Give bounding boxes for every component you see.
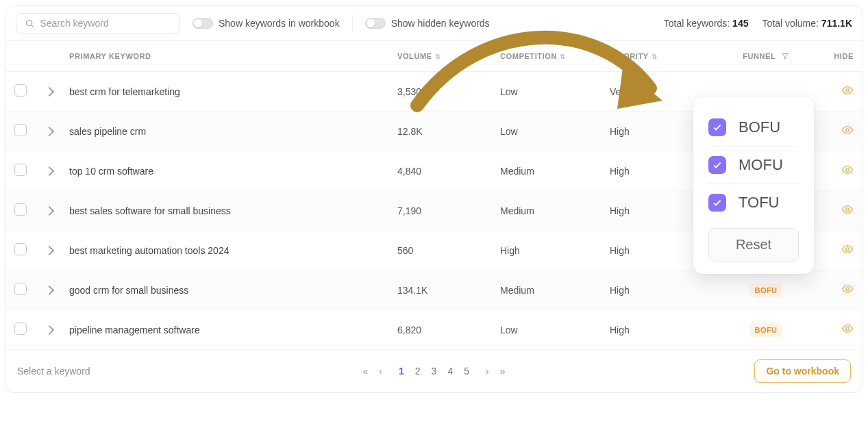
page-number[interactable]: 5 <box>464 366 469 377</box>
stat-label: Total volume: <box>762 18 818 29</box>
toggle-switch[interactable] <box>193 18 213 29</box>
svg-point-0 <box>26 20 32 25</box>
sort-icon: ⇅ <box>652 53 658 60</box>
page-prev-icon[interactable]: ‹ <box>379 366 382 377</box>
search-icon <box>25 18 34 29</box>
cell-competition: Low <box>492 112 602 151</box>
eye-icon[interactable] <box>841 283 854 295</box>
stat-total-volume: Total volume: 711.1K <box>762 18 852 29</box>
col-label: PRIORITY <box>610 52 649 60</box>
eye-icon[interactable] <box>841 164 854 176</box>
expand-icon[interactable] <box>45 325 54 334</box>
col-select <box>6 41 38 72</box>
toggle-show-in-workbook[interactable]: Show keywords in workbook <box>193 18 340 29</box>
svg-point-2 <box>846 89 850 92</box>
funnel-option[interactable]: MOFU <box>708 147 799 184</box>
table-row[interactable]: pipeline management software6,820LowHigh… <box>6 310 862 350</box>
search-field[interactable] <box>16 13 180 34</box>
row-checkbox[interactable] <box>14 203 27 216</box>
col-primary-keyword[interactable]: PRIMARY KEYWORD <box>61 41 389 72</box>
table-footer: Select a keyword « ‹ 12345 › » Go to wor… <box>6 350 862 392</box>
expand-icon[interactable] <box>45 285 54 294</box>
col-label: FUNNEL <box>743 52 776 60</box>
cell-volume: 560 <box>389 231 492 270</box>
keyword-table-card: Show keywords in workbook Show hidden ke… <box>5 5 863 393</box>
search-input[interactable] <box>40 18 171 29</box>
col-priority[interactable]: PRIORITY⇅ <box>602 41 718 72</box>
eye-icon[interactable] <box>841 203 854 216</box>
reset-button[interactable]: Reset <box>708 228 799 262</box>
cell-keyword: top 10 crm software <box>61 151 389 191</box>
table-row[interactable]: good crm for small business134.1KMediumH… <box>6 270 862 310</box>
eye-icon[interactable] <box>841 124 854 136</box>
cell-keyword: best marketing automation tools 2024 <box>61 231 389 270</box>
page-first-icon[interactable]: « <box>363 366 369 377</box>
toggle-switch[interactable] <box>365 18 386 29</box>
expand-icon[interactable] <box>45 86 54 96</box>
cell-competition: Low <box>492 310 602 350</box>
page-number[interactable]: 1 <box>399 366 404 377</box>
svg-point-8 <box>846 327 850 331</box>
toolbar: Show keywords in workbook Show hidden ke… <box>6 6 862 41</box>
cell-volume: 12.8K <box>389 112 492 151</box>
cell-competition: Medium <box>492 270 602 310</box>
row-checkbox[interactable] <box>14 283 27 295</box>
svg-line-1 <box>32 25 34 27</box>
funnel-option-label: BOFU <box>739 118 780 136</box>
funnel-option-label: MOFU <box>739 156 783 174</box>
page-number[interactable]: 4 <box>447 366 453 377</box>
cell-competition: High <box>492 231 602 270</box>
expand-icon[interactable] <box>45 205 54 215</box>
page-number[interactable]: 2 <box>415 366 421 377</box>
col-label: VOLUME <box>397 52 432 60</box>
eye-icon[interactable] <box>841 322 854 335</box>
stat-label: Total keywords: <box>664 18 730 29</box>
cell-competition: Medium <box>492 191 602 231</box>
page-last-icon[interactable]: » <box>500 366 506 377</box>
page-next-icon[interactable]: › <box>486 366 489 377</box>
row-checkbox[interactable] <box>14 164 27 176</box>
cell-competition: Medium <box>492 151 602 191</box>
toggle-show-hidden[interactable]: Show hidden keywords <box>365 18 490 29</box>
funnel-option[interactable]: TOFU <box>708 184 799 221</box>
check-icon <box>708 118 726 136</box>
col-volume[interactable]: VOLUME⇅ <box>389 41 492 72</box>
funnel-option[interactable]: BOFU <box>708 109 799 147</box>
row-checkbox[interactable] <box>14 322 27 335</box>
eye-icon[interactable] <box>841 84 854 97</box>
divider <box>352 15 353 31</box>
col-competition[interactable]: COMPETITION⇅ <box>492 41 602 72</box>
funnel-filter-popover: BOFUMOFUTOFU Reset <box>693 97 814 274</box>
pagination: « ‹ 12345 › » <box>363 366 506 377</box>
svg-point-6 <box>846 248 850 251</box>
col-expand <box>38 41 61 72</box>
cell-volume: 4,840 <box>389 151 492 191</box>
col-funnel[interactable]: FUNNEL <box>718 41 814 72</box>
cell-keyword: best sales software for small business <box>61 191 389 231</box>
stat-value: 711.1K <box>821 18 852 29</box>
select-hint: Select a keyword <box>17 366 90 377</box>
check-icon <box>708 156 726 174</box>
cell-priority: High <box>602 270 718 310</box>
stat-value: 145 <box>732 18 748 29</box>
eye-icon[interactable] <box>841 243 854 255</box>
go-to-workbook-button[interactable]: Go to workbook <box>754 359 851 383</box>
expand-icon[interactable] <box>45 245 54 255</box>
cell-keyword: best crm for telemarketing <box>61 72 389 112</box>
page-number[interactable]: 3 <box>432 366 437 377</box>
check-icon <box>708 194 726 212</box>
expand-icon[interactable] <box>45 126 54 136</box>
cell-volume: 134.1K <box>389 270 492 310</box>
cell-priority: High <box>602 310 718 350</box>
cell-funnel: BOFU <box>718 310 814 350</box>
funnel-badge: BOFU <box>749 323 783 337</box>
row-checkbox[interactable] <box>14 243 27 255</box>
expand-icon[interactable] <box>45 166 54 175</box>
cell-keyword: sales pipeline crm <box>61 112 389 151</box>
row-checkbox[interactable] <box>14 124 27 136</box>
col-hide: HIDE <box>814 41 862 72</box>
stats: Total keywords: 145 Total volume: 711.1K <box>664 18 852 29</box>
cell-competition: Low <box>492 72 602 112</box>
row-checkbox[interactable] <box>14 84 27 97</box>
cell-volume: 6,820 <box>389 310 492 350</box>
